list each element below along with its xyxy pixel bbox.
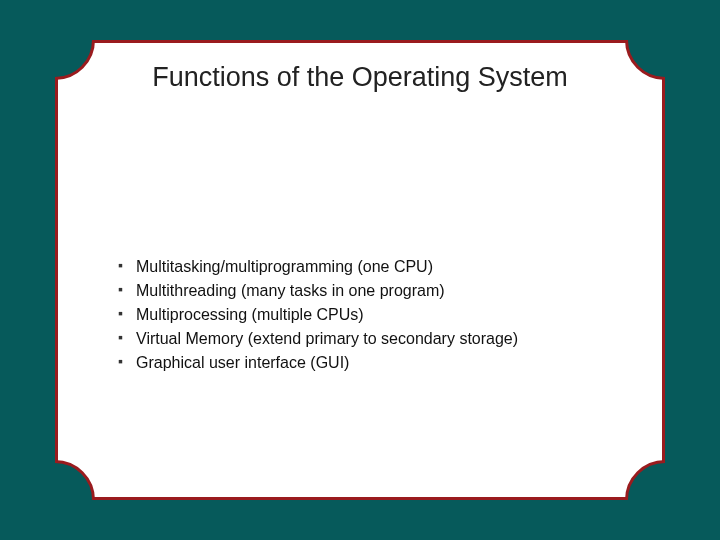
bg-mask (0, 500, 720, 540)
bg-mask (0, 0, 720, 40)
slide-title: Functions of the Operating System (0, 62, 720, 93)
list-item: Graphical user interface (GUI) (118, 351, 518, 375)
bullet-list: Multitasking/multiprogramming (one CPU) … (118, 255, 518, 375)
list-item: Multitasking/multiprogramming (one CPU) (118, 255, 518, 279)
list-item: Multiprocessing (multiple CPUs) (118, 303, 518, 327)
list-item: Virtual Memory (extend primary to second… (118, 327, 518, 351)
list-item: Multithreading (many tasks in one progra… (118, 279, 518, 303)
